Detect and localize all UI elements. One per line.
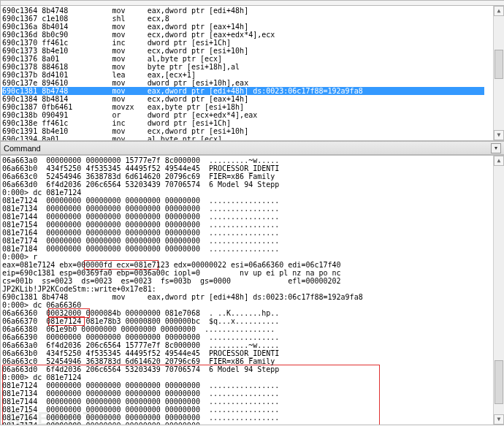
command-output-row: 081e7184 00000000 00000000 00000000 0000… [2, 245, 504, 253]
command-output-row: 06a66380 061e9b0 00000000 00000000 00000… [2, 325, 504, 333]
disasm-row[interactable]: 690c138e ff461c inc dword ptr [esi+1Ch] [2, 119, 504, 127]
disasm-row[interactable]: 690c136d 8b0c90 mov ecx,dword ptr [eax+e… [2, 31, 504, 39]
disasm-row[interactable]: 690c137e 894610 mov dword ptr [esi+10h],… [2, 79, 504, 87]
disasm-row[interactable]: 690c1387 0fb6461 movzx eax,byte ptr [esi… [2, 103, 504, 111]
disasm-row[interactable]: 690c1370 ff461c inc dword ptr [esi+1Ch] [2, 39, 504, 47]
disasm-row[interactable]: 690c136a 8b4014 mov eax,dword ptr [eax+1… [2, 23, 504, 31]
command-output-row: 690c1381 8b4748 mov eax,dword ptr [edi+4… [2, 293, 504, 301]
disasm-row[interactable]: 690c1378 884618 mov byte ptr [esi+18h],a… [2, 63, 504, 71]
command-output-row: 06a663d0 6f4d2036 206c6564 53203439 7070… [2, 365, 504, 373]
command-output-row: 06a663c0 52454946 3638783d 6d614620 2079… [2, 172, 504, 180]
disasm-scroll-thumb[interactable] [495, 50, 503, 79]
command-output-row: cs=001b ss=0023 ds=0023 es=0023 fs=003b … [2, 277, 504, 285]
disasm-row[interactable]: 690c1373 8b4e10 mov ecx,dword ptr [esi+1… [2, 47, 504, 55]
command-panel-header: Command ▾ [0, 141, 504, 155]
scroll-up-icon[interactable]: ▲ [494, 6, 504, 16]
disasm-row[interactable]: 690c1394 8a01 mov al,byte ptr [ecx] [2, 135, 504, 141]
command-output-row: 06a663d0 6f4d2036 206c6564 53203439 7070… [2, 180, 504, 189]
disasm-row[interactable]: 690c1364 8b4748 mov eax,dword ptr [edi+4… [2, 7, 504, 15]
disasm-row[interactable]: 690c138b 090491 or dword ptr [ecx+edx*4]… [2, 111, 504, 119]
command-output-row: 0:000> dc 081e7124 [2, 189, 504, 197]
command-output-row: 081e7174 00000000 00000000 00000000 0000… [2, 422, 504, 425]
disasm-row[interactable]: 690c1367 c1e108 shl ecx,8 [2, 15, 504, 23]
command-output-row: 06a663c0 52454946 3638783d 6d614620 2079… [2, 357, 504, 365]
command-output-row: 06a663b0 434f5250 4f535345 44495f52 4954… [2, 349, 504, 357]
command-output-row: 081e7154 00000000 00000000 00000000 0000… [2, 406, 504, 414]
command-output-row: 081e7164 00000000 00000000 00000000 0000… [2, 414, 504, 422]
command-output-row: 0:000> r [2, 253, 504, 261]
command-panel-title: Command [4, 144, 41, 153]
command-output-row: 0:000> dc 081e7124 [2, 373, 504, 381]
disasm-row[interactable]: 690c1384 8b4814 mov ecx,dword ptr [eax+1… [2, 95, 504, 103]
command-output-row: 081e7134 00000000 00000000 00000000 0000… [2, 389, 504, 398]
panel-menu-icon[interactable]: ▾ [491, 143, 501, 153]
command-output-row: 06a66360 00032000 0000084b 00000000 081e… [2, 309, 504, 317]
disasm-row-selected[interactable]: 690c1381 8b4748 mov eax,dword ptr [edi+4… [2, 87, 484, 95]
command-output-row: 06a663b0 434f5250 4f535345 44495f52 4954… [2, 164, 504, 172]
command-output-row: 081e7124 00000000 00000000 00000000 0000… [2, 381, 504, 389]
command-output-row: 081e7164 00000000 00000000 00000000 0000… [2, 229, 504, 237]
command-output-row: eax=081e7124 ebx=000000fd ecx=081e7123 e… [2, 261, 504, 269]
command-output-row: 081e7134 00000000 00000000 00000000 0000… [2, 205, 504, 213]
command-panel: REEDOT 06a663a0 00000000 00000000 15777e… [0, 155, 504, 425]
command-output-row: 06a663a0 00000000 00000000 15777e7f 8c00… [2, 156, 504, 164]
command-output-row: 06a66370 081e7124 081e78b3 00000800 0000… [2, 317, 504, 325]
disassembly-panel: 690c1364 8b4748 mov eax,dword ptr [edi+4… [0, 5, 504, 141]
command-output-row: JP2KLib!JP2KCodeStm::write+0x17e81: [2, 285, 504, 293]
disasm-row[interactable]: 690c1391 8b4e10 mov ecx,dword ptr [esi+1… [2, 127, 504, 135]
disasm-row[interactable]: 690c137b 8d4101 lea eax,[ecx+1] [2, 71, 504, 79]
command-output-row: eip=690c1381 esp=00369fa0 ebp=0036a00c i… [2, 269, 504, 277]
command-output-row: 081e7144 00000000 00000000 00000000 0000… [2, 213, 504, 221]
command-output-row: 0:000> dc 06a66360 [2, 301, 504, 309]
panel-border-top [0, 0, 504, 5]
command-output-row: 081e7154 00000000 00000000 00000000 0000… [2, 221, 504, 229]
command-output-row: 081e7144 00000000 00000000 00000000 0000… [2, 398, 504, 406]
scroll-down-icon[interactable]: ▼ [494, 130, 504, 140]
command-output-row: 081e7174 00000000 00000000 00000000 0000… [2, 237, 504, 245]
command-output-row: 06a66390 00000000 00000000 00000000 0000… [2, 333, 504, 341]
disasm-row[interactable]: 690c1376 8a01 mov al,byte ptr [ecx] [2, 55, 504, 63]
disasm-scrollbar[interactable]: ▲ ▼ [493, 6, 504, 140]
command-output-row: 081e7124 00000000 00000000 00000000 0000… [2, 197, 504, 205]
command-output-row: 06a663a0 6f4d2036 206c6564 15777e7f 8c00… [2, 341, 504, 349]
